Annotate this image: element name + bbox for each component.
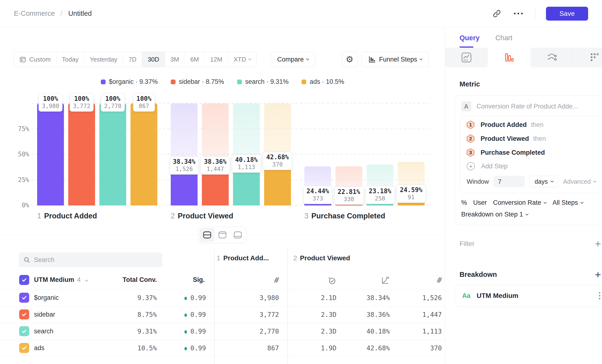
kebab-menu-icon[interactable] [599, 292, 600, 299]
funnel-chart-icon [368, 55, 376, 63]
chevron-down-icon [551, 179, 554, 182]
date-range-3m[interactable]: 3M [165, 52, 185, 67]
total-conv-header[interactable]: Total Conv. [123, 276, 157, 284]
measure-metric-select[interactable]: Conversion Rate [493, 199, 546, 206]
search-icon [23, 256, 30, 263]
y-axis-tick-75: 75% [12, 125, 29, 132]
funnel-step-labels: 1Product Added2Product Viewed3Purchase C… [37, 212, 429, 220]
row-name: $organic [34, 294, 59, 301]
bar-pct: 40.18% [235, 156, 258, 163]
window-value-input[interactable] [494, 176, 525, 187]
chart-type-line[interactable] [445, 48, 488, 67]
breadcrumb-project[interactable]: E-Commerce [14, 10, 55, 18]
breakdown-table: 1Product Add... 2Product Viewed UTM Medi… [0, 249, 445, 364]
chart-type-scatter[interactable] [573, 48, 602, 67]
bar-count: 91 [400, 194, 422, 201]
date-range-6m[interactable]: 6M [185, 52, 205, 67]
row-checkbox[interactable] [19, 343, 29, 353]
funnel-bar-search[interactable] [99, 103, 126, 205]
legend-item-organic[interactable]: $organic · 9.37% [101, 78, 158, 86]
check-icon [21, 328, 27, 334]
row-checkbox[interactable] [19, 326, 29, 336]
window-unit-label: days [535, 178, 548, 185]
row-checkbox[interactable] [19, 309, 29, 320]
select-all-checkbox[interactable] [19, 275, 29, 285]
row-step1-count: 3,980 [259, 294, 279, 301]
view-toggle-chart[interactable] [215, 228, 230, 242]
date-range-30d[interactable]: 30D [142, 52, 165, 67]
metric-title-row[interactable]: A Conversion Rate of Product Adde... [455, 96, 602, 113]
legend-item-sidebar[interactable]: sidebar · 8.75% [171, 78, 224, 86]
add-filter-button[interactable]: + [595, 240, 601, 247]
gear-icon: ⚙ [346, 54, 354, 64]
breakdown-property-card[interactable]: Aa UTM Medium [455, 285, 602, 307]
avg-time-column-icon [327, 276, 336, 286]
dots-grid-icon [589, 52, 600, 63]
add-breakdown-button[interactable]: + [595, 271, 601, 278]
tab-query[interactable]: Query [460, 34, 480, 48]
line-chart-icon [461, 52, 472, 63]
bar-slot-organic: 24.44%373 [304, 103, 331, 205]
more-menu-button[interactable] [512, 7, 525, 20]
compare-button[interactable]: Compare [271, 52, 315, 67]
date-range-xtd[interactable]: XTD [228, 52, 257, 67]
breadcrumb-title[interactable]: Untitled [68, 10, 92, 18]
group-column-header[interactable]: UTM Medium4 [34, 276, 88, 284]
measure-prefix[interactable]: % [461, 199, 467, 206]
row-total-conv: 10.5% [138, 344, 157, 352]
bar-count: 330 [338, 196, 360, 203]
chart-type-flow[interactable] [530, 48, 573, 67]
window-unit-select[interactable]: days [529, 176, 558, 187]
bar-pct: 42.68% [266, 153, 289, 161]
funnel-bar-organic[interactable] [37, 103, 64, 205]
funnel-bar-sidebar[interactable] [68, 103, 95, 205]
main-area: CustomTodayYesterday7D30D3M6M12MXTD Comp… [0, 27, 445, 364]
legend-item-ads[interactable]: ads · 10.5% [301, 78, 344, 86]
date-range-today[interactable]: Today [56, 52, 84, 67]
table-only-icon [233, 231, 242, 239]
date-range-yesterday[interactable]: Yesterday [84, 52, 123, 67]
table-row-organic[interactable]: $organic9.37%3,9802.1D38.34%1,5260.99 [0, 289, 445, 306]
add-step-label: Add Step [481, 163, 508, 170]
app-root: E-Commerce / Untitled Save CustomTodayYe… [0, 0, 602, 364]
bar-count: 1,447 [204, 166, 226, 172]
filter-heading: Filter [460, 240, 474, 248]
chart-type-funnel[interactable] [488, 48, 530, 67]
breakdown-on-step-select[interactable]: Breakdown on Step 1 [455, 206, 602, 225]
query-step-2[interactable]: 2Product Viewedthen [461, 132, 602, 146]
date-range-12m[interactable]: 12M [205, 52, 228, 67]
top-actions: Save [491, 7, 588, 21]
funnel-bars-icon [503, 52, 515, 63]
bar-slot-sidebar: 38.36%1,447 [202, 103, 229, 205]
funnel-bar-ads[interactable] [130, 103, 157, 205]
measure-scope-select[interactable]: All Steps [552, 199, 583, 206]
chevron-down-icon [580, 201, 584, 204]
count-column-icon: # [436, 275, 442, 285]
date-range-7d[interactable]: 7D [123, 52, 142, 67]
chart-settings-button[interactable]: ⚙ [342, 52, 357, 67]
view-toggle-table[interactable] [230, 228, 245, 242]
tab-chart[interactable]: Chart [495, 34, 512, 48]
chart-type-button[interactable]: Funnel Steps [362, 52, 429, 67]
group-num: 2 [293, 254, 297, 262]
query-step-1[interactable]: 1Product Addedthen [461, 118, 602, 132]
legend-swatch [237, 79, 242, 84]
bar-value-label: 38.34%1,526 [170, 156, 199, 175]
query-step-3[interactable]: 3Purchase Completed [461, 146, 602, 160]
measure-entity[interactable]: User [473, 199, 487, 206]
table-row-sidebar[interactable]: sidebar8.75%3,7722.3D38.36%1,4470.99 [0, 306, 445, 323]
sig-header[interactable]: Sig. [193, 276, 205, 284]
search-input[interactable] [34, 256, 158, 264]
view-toggle-split[interactable] [200, 228, 215, 242]
share-link-button[interactable] [491, 7, 503, 20]
advanced-button[interactable]: Advanced [563, 178, 596, 185]
row-checkbox[interactable] [19, 293, 29, 303]
step-badge-icon: 1 [467, 120, 474, 129]
table-row-search[interactable]: search9.31%2,7702.3D40.18%1,1130.99 [0, 323, 445, 340]
save-button[interactable]: Save [546, 7, 588, 21]
add-step-button[interactable]: + Add Step [461, 160, 602, 173]
table-row-ads[interactable]: ads10.5%8671.9D42.68%3700.99 [0, 340, 445, 356]
date-range-custom[interactable]: Custom [14, 52, 56, 67]
row-conv-rate: 40.18% [366, 328, 390, 335]
legend-item-search[interactable]: search · 9.31% [237, 78, 289, 86]
